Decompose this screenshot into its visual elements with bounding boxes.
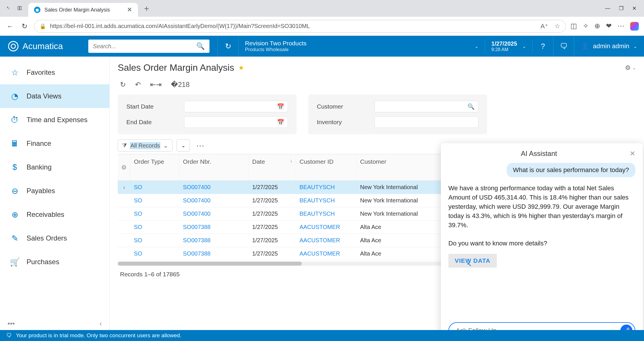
cell-order-type[interactable]: SO: [130, 224, 179, 230]
copilot-icon[interactable]: [630, 22, 639, 31]
brand-logo[interactable]: Acumatica: [0, 41, 71, 51]
ai-followup-input[interactable]: [456, 327, 620, 330]
grid-settings-icon[interactable]: ⚙: [118, 154, 130, 180]
window-close-icon[interactable]: ✕: [632, 5, 636, 12]
start-date-input[interactable]: 📅: [184, 101, 288, 112]
minus-circle-icon: ⊖: [10, 186, 20, 196]
cell-order-nbr[interactable]: SO007400: [179, 184, 249, 191]
favorite-icon[interactable]: ☆: [555, 23, 560, 30]
cell-customer-id[interactable]: AACUSTOMER: [296, 237, 357, 244]
sidebar-item-data-views[interactable]: ◔Data Views: [0, 84, 109, 108]
address-bar[interactable]: 🔒 A⁺ ☆: [34, 20, 566, 33]
business-date-selector[interactable]: 1/27/2025 9:28 AM ⌄: [485, 40, 533, 52]
cell-customer-id[interactable]: BEAUTYSCH: [296, 210, 357, 217]
more-modules-icon[interactable]: •••: [8, 320, 15, 328]
calendar-icon: 📅: [277, 119, 284, 126]
date-filter-card: Start Date 📅 End Date 📅: [118, 94, 297, 134]
cell-order-type[interactable]: SO: [130, 197, 179, 204]
user-menu[interactable]: 👤 admin admin ⌄: [574, 42, 644, 50]
sidebar-item-sales-orders[interactable]: ✎Sales Orders: [0, 226, 109, 250]
back-button[interactable]: ←: [5, 21, 15, 31]
cell-customer-id[interactable]: BEAUTYSCH: [296, 184, 357, 191]
page-toolbar: ↻ ↶ ⇤⇥ �218: [118, 77, 636, 94]
col-customer-id[interactable]: Customer ID: [296, 154, 357, 180]
sidebar-item-receivables[interactable]: ⊕Receivables: [0, 203, 109, 226]
sidebar-item-time-expenses[interactable]: ⏱Time and Expenses: [0, 108, 109, 132]
sidebar-item-finance[interactable]: 🖩Finance: [0, 132, 109, 155]
cell-order-type[interactable]: SO: [130, 184, 179, 191]
url-input[interactable]: [50, 23, 536, 29]
entity-filter-card: Customer 🔍 Inventory: [308, 94, 487, 134]
split-screen-icon[interactable]: ◫: [570, 22, 577, 31]
cell-order-nbr[interactable]: SO007388: [179, 237, 249, 244]
cell-order-type[interactable]: SO: [130, 250, 179, 257]
sidebar-item-payables[interactable]: ⊖Payables: [0, 179, 109, 203]
more-menu-icon[interactable]: ⋯: [617, 22, 624, 31]
cell-order-type[interactable]: SO: [130, 210, 179, 217]
col-date[interactable]: Date↓: [249, 154, 296, 180]
fit-columns-button[interactable]: ⇤⇥: [150, 81, 162, 89]
help-button[interactable]: ?: [533, 36, 553, 57]
trial-mode-bar: 🗨 Your product is in trial mode. Only tw…: [0, 330, 644, 341]
search-input[interactable]: [93, 43, 196, 50]
search-icon[interactable]: 🔍: [196, 42, 205, 50]
expand-row-icon[interactable]: ›: [118, 184, 130, 191]
cell-customer-id[interactable]: AACUSTOMER: [296, 224, 357, 230]
customer-input[interactable]: 🔍: [375, 101, 478, 112]
col-order-nbr[interactable]: Order Nbr.: [179, 154, 249, 180]
tenant-selector[interactable]: Revision Two Products Products Wholesale…: [239, 40, 485, 53]
records-filter-label: All Records: [130, 142, 160, 149]
sidebar-item-favorites[interactable]: ☆Favorites: [0, 61, 109, 84]
undo-button[interactable]: ↶: [135, 81, 141, 89]
scrollbar-thumb[interactable]: [118, 262, 302, 266]
page-settings-button[interactable]: ⚙ ⌄: [625, 64, 636, 72]
collapse-sidebar-icon[interactable]: ‹: [100, 320, 102, 328]
window-minimize-icon[interactable]: —: [605, 5, 610, 12]
refresh-action[interactable]: ↻: [218, 36, 239, 57]
inventory-input[interactable]: [375, 116, 478, 128]
window-restore-icon[interactable]: ❐: [619, 5, 624, 12]
new-tab-button[interactable]: ＋: [138, 3, 155, 17]
favorites-bar-icon[interactable]: ✧: [583, 22, 589, 31]
cell-date: 1/27/2025: [249, 237, 296, 244]
view-data-button[interactable]: VIEW DATA ↖: [448, 254, 497, 268]
sidebar-item-purchases[interactable]: 🛒Purchases: [0, 250, 109, 274]
microphone-icon[interactable]: 🎤: [620, 325, 632, 330]
refresh-button[interactable]: ↻: [120, 81, 126, 89]
cell-order-nbr[interactable]: SO007388: [179, 250, 249, 257]
grid-more-menu[interactable]: ⋯: [194, 141, 207, 150]
ai-assistant-panel: AI Assistant ✕ What is our sales perform…: [441, 143, 643, 330]
feedback-button[interactable]: 🗨: [553, 36, 574, 57]
cell-order-type[interactable]: SO: [130, 237, 179, 244]
read-aloud-icon[interactable]: A⁺: [540, 23, 548, 30]
cell-customer-id[interactable]: BEAUTYSCH: [296, 197, 357, 204]
cell-order-nbr[interactable]: SO007388: [179, 224, 249, 230]
tab-favicon-icon: ◉: [34, 7, 40, 13]
refresh-button[interactable]: ↻: [20, 21, 29, 31]
collections-icon[interactable]: ⊕: [594, 22, 600, 31]
cell-customer-id[interactable]: AACUSTOMER: [296, 250, 357, 257]
export-button[interactable]: �218: [171, 81, 190, 89]
cell-order-nbr[interactable]: SO007400: [179, 197, 249, 204]
browser-toolbar: ← ↻ 🔒 A⁺ ☆ ◫ ✧ ⊕ ❤ ⋯: [0, 17, 644, 36]
workspaces-icon[interactable]: [17, 6, 25, 13]
favorite-star-icon[interactable]: ★: [238, 64, 244, 72]
chevron-down-icon: ⌄: [163, 142, 168, 149]
browser-tab[interactable]: ◉ Sales Order Margin Analysis ✕: [28, 3, 138, 17]
global-search[interactable]: 🔍: [88, 40, 209, 53]
secondary-dropdown[interactable]: ⌄: [177, 139, 190, 152]
ai-close-icon[interactable]: ✕: [630, 150, 635, 158]
col-order-type[interactable]: Order Type: [130, 154, 179, 180]
records-filter-dropdown[interactable]: ⧩ All Records ⌄: [118, 139, 173, 152]
app-topbar: Acumatica 🔍 ↻ Revision Two Products Prod…: [0, 36, 644, 57]
filter-icon: ⧩: [122, 142, 127, 149]
ai-input-container[interactable]: 🎤: [448, 322, 635, 330]
extensions-icon[interactable]: ❤: [606, 22, 612, 31]
sidebar-item-banking[interactable]: $Banking: [0, 155, 109, 179]
page-title: Sales Order Margin Analysis: [118, 62, 234, 73]
site-info-icon[interactable]: 🔒: [40, 23, 46, 29]
cell-order-nbr[interactable]: SO007400: [179, 210, 249, 217]
tab-close-icon[interactable]: ✕: [127, 6, 132, 14]
end-date-input[interactable]: 📅: [184, 116, 288, 128]
profile-icon[interactable]: [6, 6, 13, 13]
